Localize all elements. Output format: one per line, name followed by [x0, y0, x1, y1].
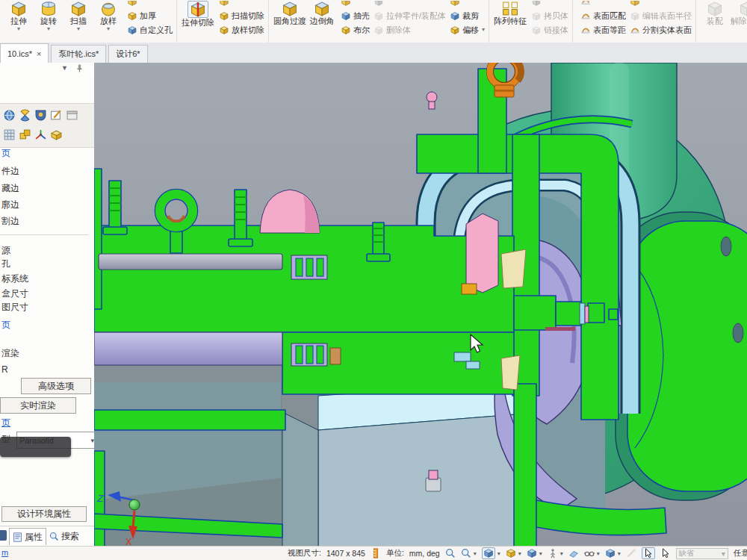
view-cube-button[interactable]	[605, 548, 616, 559]
scene-option-item-selected[interactable]: 页	[1, 320, 10, 331]
loft-button[interactable]: 放样 ▾	[93, 1, 123, 32]
trim-button[interactable]: 裁剪	[450, 10, 485, 21]
chevron-down-icon[interactable]: ▾	[539, 550, 542, 557]
custom-hole-icon	[127, 25, 137, 35]
sweep-button[interactable]: 扫描 ▾	[63, 1, 93, 32]
scene-option-item[interactable]: 盒尺寸	[1, 288, 28, 299]
button-label: 拉伸零件/装配体	[386, 10, 446, 21]
chevron-down-icon[interactable]: ▾	[474, 550, 477, 557]
render-option-item[interactable]: 渲染	[1, 348, 19, 359]
select-arrow-secondary[interactable]	[660, 548, 671, 559]
clipped-tab-icon	[0, 530, 7, 541]
scene-option-item[interactable]: 孔	[1, 258, 10, 270]
viewport-3d[interactable]: Z X	[94, 63, 747, 547]
render-globe-icon[interactable]	[3, 109, 16, 122]
pattern-feature-button[interactable]: 阵列特征	[493, 1, 527, 26]
grid-icon[interactable]	[3, 128, 16, 141]
chamfer-button[interactable]: 边倒角	[307, 1, 337, 26]
design-env-properties-button[interactable]: 设计环境属性	[1, 506, 87, 522]
extrude-button[interactable]: 拉伸 ▾	[4, 1, 34, 32]
display-mode-icon[interactable]	[506, 548, 516, 559]
surface-match-button[interactable]: 表面匹配	[580, 10, 626, 21]
scene-option-item[interactable]: 标系统	[1, 273, 28, 284]
select-arrow-button[interactable]	[642, 547, 655, 559]
view-size-label: 视图尺寸:	[288, 548, 321, 559]
tab-document-2[interactable]: 泵叶轮.ics*	[51, 45, 106, 63]
scene-option-item[interactable]: 源	[1, 245, 10, 256]
advanced-options-button[interactable]: 高级选项	[21, 378, 91, 394]
chamfer-icon	[312, 1, 332, 16]
fan-icon[interactable]	[19, 109, 31, 122]
display-option-item[interactable]: 藏边	[1, 183, 19, 194]
display-option-item[interactable]: 页	[1, 148, 10, 159]
tab-document-3[interactable]: 设计6*	[108, 45, 147, 63]
ruler-icon[interactable]	[371, 548, 381, 559]
panel-collapse-icon[interactable]: ▼	[61, 64, 68, 72]
button-label: 拷贝体	[544, 10, 568, 21]
extrude-icon	[9, 1, 28, 16]
boolean-button[interactable]: 布尔	[341, 25, 370, 35]
custom-hole-button[interactable]: 自定义孔	[127, 25, 173, 35]
tab-document-1[interactable]: 10.ics* ×	[0, 43, 49, 63]
clipped-link-fragment[interactable]: m	[1, 548, 8, 557]
properties-icon	[13, 532, 22, 542]
scene-option-item[interactable]: 图尺寸	[1, 302, 28, 313]
assemble-icon	[705, 1, 725, 16]
chevron-down-icon[interactable]: ▾	[498, 550, 500, 557]
realtime-render-button[interactable]: 实时渲染	[0, 397, 76, 414]
chevron-down-icon[interactable]: ▾	[560, 550, 563, 557]
close-icon[interactable]: ×	[37, 49, 41, 58]
pin-icon[interactable]	[75, 63, 84, 73]
panel-link[interactable]: 页	[1, 417, 10, 429]
filter-value: 缺省	[679, 548, 694, 559]
cad-application-window: 拉伸 ▾ 旋转 ▾ 扫描 ▾ 放样 ▾	[0, 0, 747, 560]
render-mode-icon[interactable]	[527, 548, 537, 559]
edit-box-icon[interactable]	[50, 109, 63, 122]
perspective-icon[interactable]	[568, 548, 579, 559]
units-value[interactable]: mm, deg	[409, 549, 440, 558]
display-option-item[interactable]: 割边	[1, 216, 19, 227]
loft-cut-button[interactable]: 放样切除	[219, 25, 264, 35]
shell-button[interactable]: 抽壳	[341, 10, 370, 21]
display-option-item[interactable]: 廓边	[1, 199, 19, 211]
extrude-cut-button[interactable]: 拉伸切除	[181, 1, 215, 28]
ribbon-group-pattern: 阵列特征 拷贝体 链接体	[489, 0, 573, 43]
ribbon-toolbar: 拉伸 ▾ 旋转 ▾ 扫描 ▾ 放样 ▾	[0, 0, 747, 43]
offset-button[interactable]: 偏移 ▾	[450, 25, 485, 35]
tab-search[interactable]: 搜索	[46, 528, 82, 544]
chevron-down-icon[interactable]: ▾	[618, 550, 621, 557]
chevron-down-icon: ▾	[482, 25, 485, 35]
surface-offset-button[interactable]: 表面等距	[580, 25, 626, 35]
sweep-cut-button[interactable]: 扫描切除	[219, 10, 264, 21]
chevron-down-icon[interactable]: ▾	[518, 550, 521, 557]
revolve-button[interactable]: 旋转 ▾	[34, 1, 63, 32]
ribbon-small-column: 表面匹配 表面等距	[580, 1, 626, 35]
button-label: 拉伸切除	[182, 18, 214, 28]
zoom-window-icon[interactable]	[461, 548, 471, 559]
tab-properties[interactable]: 属性	[9, 528, 46, 545]
display-option-item[interactable]: 件边	[1, 166, 19, 177]
axis-triad-icon[interactable]	[34, 128, 47, 141]
glasses-icon[interactable]	[584, 548, 595, 559]
snap-icon	[626, 548, 636, 559]
view-orientation-button[interactable]	[482, 547, 495, 559]
shield-icon[interactable]	[34, 109, 47, 122]
render-option-item[interactable]: R	[1, 364, 8, 376]
filter-default-dropdown[interactable]: 缺省 ▾	[676, 548, 728, 559]
panel-bottom-tabs: 属性 搜索	[0, 526, 94, 546]
fillet-button[interactable]: 圆角过渡	[273, 1, 307, 26]
walk-mode-icon[interactable]	[548, 548, 558, 559]
ribbon-small-column: 编辑表面半径 分割实体表面	[630, 1, 692, 35]
chevron-down-icon[interactable]: ▾	[597, 550, 600, 557]
ribbon-group-modify: 圆角过渡 边倒角 抽壳 布尔	[269, 0, 489, 43]
window-icon[interactable]	[66, 109, 78, 122]
split-solid-surface-button[interactable]: 分割实体表面	[630, 25, 692, 35]
thicken-button[interactable]: 加厚	[127, 10, 173, 21]
ribbon-group-feature: 拉伸 ▾ 旋转 ▾ 扫描 ▾ 放样 ▾	[0, 0, 177, 43]
parts-icon[interactable]	[19, 128, 31, 141]
shaft-nut	[588, 303, 604, 323]
button-label: 阵列特征	[494, 16, 527, 26]
gold-part-icon[interactable]	[50, 128, 63, 141]
zoom-icon[interactable]	[445, 548, 456, 559]
bearing-lower	[291, 343, 327, 366]
